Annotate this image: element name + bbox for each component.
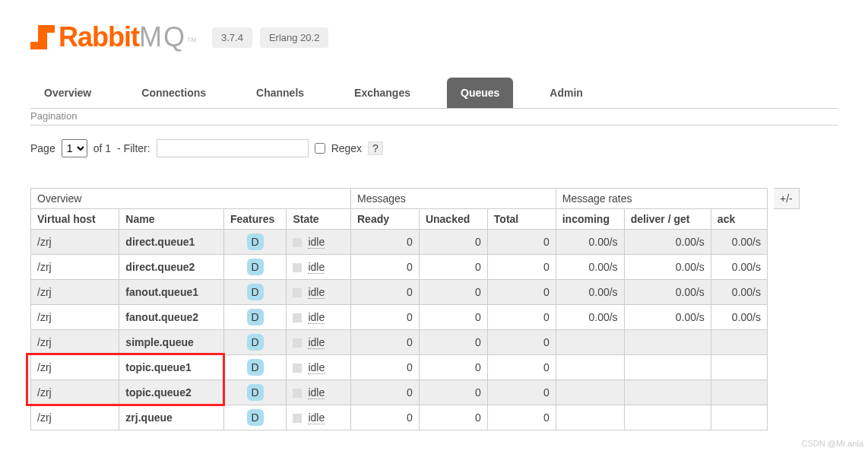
cell-ready: 0 <box>351 305 420 330</box>
cell-ready: 0 <box>351 330 420 355</box>
header-name[interactable]: Name <box>119 209 224 230</box>
header-features: Features <box>223 209 287 230</box>
cell-ack: 0.00/s <box>711 230 767 255</box>
cell-vhost: /zrj <box>31 255 119 280</box>
header-vhost[interactable]: Virtual host <box>31 209 119 230</box>
header-ready[interactable]: Ready <box>351 209 420 230</box>
cell-name[interactable]: topic.queue2 <box>119 380 224 405</box>
cell-unacked: 0 <box>419 330 487 355</box>
cell-total: 0 <box>487 255 556 280</box>
table-row: /zrjfanout.queue2Didle0000.00/s0.00/s0.0… <box>31 305 768 330</box>
watermark: CSDN @Mr.anla <box>802 439 863 448</box>
cell-total: 0 <box>487 280 556 305</box>
cell-unacked: 0 <box>419 380 487 405</box>
erlang-badge: Erlang 20.2 <box>260 27 329 48</box>
tab-channels[interactable]: Channels <box>242 78 318 108</box>
cell-ready: 0 <box>351 405 420 430</box>
cell-features: D <box>223 405 287 430</box>
cell-features: D <box>223 255 287 280</box>
regex-help-icon[interactable]: ? <box>368 141 383 155</box>
cell-vhost: /zrj <box>31 355 119 380</box>
cell-unacked: 0 <box>419 280 487 305</box>
cell-incoming: 0.00/s <box>556 230 624 255</box>
cell-features: D <box>223 230 287 255</box>
table-row: /zrjtopic.queue2Didle000 <box>31 380 768 405</box>
cell-incoming <box>556 330 624 355</box>
state-icon <box>293 414 302 423</box>
tab-exchanges[interactable]: Exchanges <box>341 78 424 108</box>
filter-label: - Filter: <box>117 142 150 154</box>
page-select[interactable]: 1 <box>62 139 87 157</box>
state-icon <box>293 389 302 398</box>
cell-vhost: /zrj <box>31 230 119 255</box>
table-row: /zrjzrj.queueDidle000 <box>31 405 768 430</box>
cell-vhost: /zrj <box>31 330 119 355</box>
cell-ready: 0 <box>351 255 420 280</box>
cell-vhost: /zrj <box>31 305 119 330</box>
cell-name[interactable]: direct.queue1 <box>119 230 224 255</box>
cell-deliver <box>624 355 711 380</box>
cell-ack: 0.00/s <box>711 305 767 330</box>
tab-queues[interactable]: Queues <box>447 78 513 108</box>
table-row: /zrjdirect.queue1Didle0000.00/s0.00/s0.0… <box>31 230 768 255</box>
cell-ack: 0.00/s <box>711 280 767 305</box>
cell-name[interactable]: simple.queue <box>119 330 224 355</box>
cell-name[interactable]: zrj.queue <box>119 405 224 430</box>
cell-unacked: 0 <box>419 305 487 330</box>
header-deliver[interactable]: deliver / get <box>624 209 711 230</box>
cell-total: 0 <box>487 330 556 355</box>
cell-incoming <box>556 355 624 380</box>
columns-toggle-button[interactable]: +/- <box>774 188 800 209</box>
cell-incoming <box>556 380 624 405</box>
cell-deliver <box>624 405 711 430</box>
table-row: /zrjdirect.queue2Didle0000.00/s0.00/s0.0… <box>31 255 768 280</box>
logo-text-rabbit: Rabbit <box>59 21 139 53</box>
durable-badge: D <box>247 309 264 326</box>
table-row: /zrjfanout.queue1Didle0000.00/s0.00/s0.0… <box>31 280 768 305</box>
durable-badge: D <box>247 259 264 275</box>
table-row: /zrjsimple.queueDidle000 <box>31 330 768 355</box>
cell-total: 0 <box>487 380 556 405</box>
cell-ready: 0 <box>351 230 420 255</box>
cell-name[interactable]: fanout.queue1 <box>119 280 224 305</box>
cell-incoming: 0.00/s <box>556 255 624 280</box>
cell-state: idle <box>287 255 351 280</box>
cell-deliver <box>624 330 711 355</box>
state-icon <box>293 364 302 373</box>
cell-ack <box>711 330 767 355</box>
cell-name[interactable]: fanout.queue2 <box>119 305 224 330</box>
logo-text-mq: MQ <box>139 21 186 53</box>
state-icon <box>293 313 302 322</box>
cell-features: D <box>223 330 287 355</box>
tab-connections[interactable]: Connections <box>128 78 220 108</box>
cell-vhost: /zrj <box>31 380 119 405</box>
cell-deliver: 0.00/s <box>624 305 711 330</box>
header-total[interactable]: Total <box>487 209 556 230</box>
cell-ack: 0.00/s <box>711 255 767 280</box>
cell-state: idle <box>287 330 351 355</box>
cell-total: 0 <box>487 305 556 330</box>
header-incoming[interactable]: incoming <box>556 209 624 230</box>
cell-features: D <box>223 305 287 330</box>
header-unacked[interactable]: Unacked <box>419 209 487 230</box>
state-icon <box>293 263 302 272</box>
cell-state: idle <box>287 405 351 430</box>
cell-ack <box>711 380 767 405</box>
cell-deliver: 0.00/s <box>624 255 711 280</box>
cell-unacked: 0 <box>419 405 487 430</box>
cell-state: idle <box>287 280 351 305</box>
cell-deliver: 0.00/s <box>624 280 711 305</box>
cell-incoming: 0.00/s <box>556 280 624 305</box>
durable-badge: D <box>247 334 264 351</box>
cell-name[interactable]: topic.queue1 <box>119 355 224 380</box>
regex-checkbox[interactable] <box>315 143 325 154</box>
main-nav: Overview Connections Channels Exchanges … <box>30 78 838 109</box>
header-group-overview: Overview <box>31 189 351 209</box>
tab-overview[interactable]: Overview <box>30 78 105 108</box>
cell-name[interactable]: direct.queue2 <box>119 255 224 280</box>
cell-state: idle <box>287 230 351 255</box>
header-ack[interactable]: ack <box>711 209 767 230</box>
cell-unacked: 0 <box>419 255 487 280</box>
tab-admin[interactable]: Admin <box>536 78 597 108</box>
filter-input[interactable] <box>157 139 309 157</box>
